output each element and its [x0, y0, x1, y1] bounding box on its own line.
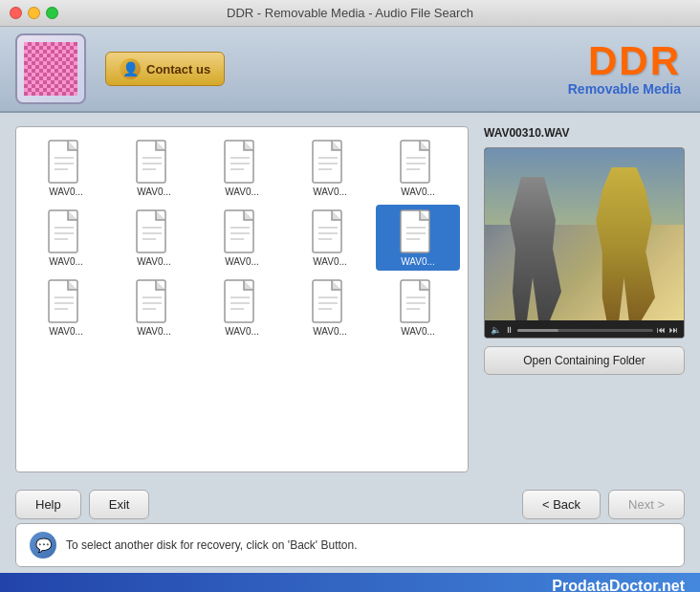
progress-slider[interactable] — [517, 329, 653, 332]
file-item[interactable]: WAV0... — [376, 135, 460, 201]
file-item[interactable]: WAV0... — [24, 274, 108, 340]
file-item[interactable]: WAV0... — [200, 274, 284, 340]
file-label: WAV0... — [49, 326, 83, 337]
file-item[interactable]: WAV0... — [376, 205, 460, 271]
logo-icon — [24, 42, 77, 96]
status-bar: 💬 To select another disk for recovery, c… — [15, 523, 685, 567]
file-item[interactable]: WAV0... — [288, 274, 372, 340]
file-icon — [47, 139, 85, 185]
file-label: WAV0... — [313, 326, 347, 337]
preview-filename: WAV00310.WAV — [484, 126, 685, 140]
logo-box — [15, 33, 86, 104]
window-controls[interactable] — [10, 7, 58, 19]
prev-icon[interactable]: ⏮ — [657, 325, 666, 335]
file-label: WAV0... — [401, 186, 435, 197]
file-item[interactable]: WAV0... — [24, 135, 108, 201]
file-label: WAV0... — [225, 186, 259, 197]
brand-subtitle: Removable Media — [568, 81, 681, 97]
file-label: WAV0... — [49, 256, 83, 267]
file-item[interactable]: WAV0... — [112, 274, 196, 340]
file-label: WAV0... — [313, 186, 347, 197]
maximize-button[interactable] — [46, 7, 58, 19]
navigation-bar: Help Exit < Back Next > — [0, 486, 700, 523]
contact-icon: 👤 — [120, 58, 141, 79]
status-icon: 💬 — [30, 532, 56, 559]
contact-button[interactable]: 👤 Contact us — [105, 52, 225, 86]
file-item[interactable]: WAV0... — [200, 135, 284, 201]
file-item[interactable]: WAV0... — [112, 205, 196, 271]
file-icon — [223, 278, 261, 324]
exit-button[interactable]: Exit — [89, 490, 150, 519]
file-label: WAV0... — [313, 256, 347, 267]
file-item[interactable]: WAV0... — [112, 135, 196, 201]
volume-icon: 🔈 — [491, 325, 501, 335]
file-label: WAV0... — [401, 256, 435, 267]
preview-image — [485, 148, 684, 320]
file-grid-container[interactable]: WAV0... WAV0... WAV0... WAV0... WAV0... — [15, 126, 469, 472]
file-item[interactable]: WAV0... — [288, 135, 372, 201]
file-label: WAV0... — [49, 186, 83, 197]
file-icon — [311, 139, 349, 185]
close-button[interactable] — [10, 7, 22, 19]
file-label: WAV0... — [137, 326, 171, 337]
header: 👤 Contact us DDR Removable Media — [0, 27, 700, 113]
file-icon — [399, 139, 437, 185]
window-title: DDR - Removable Media - Audio File Searc… — [227, 6, 473, 20]
open-folder-button[interactable]: Open Containing Folder — [484, 346, 685, 375]
main-content: WAV0... WAV0... WAV0... WAV0... WAV0... — [0, 113, 700, 486]
file-label: WAV0... — [137, 186, 171, 197]
play-icon[interactable]: ⏸ — [505, 325, 514, 335]
file-icon — [135, 139, 173, 185]
file-label: WAV0... — [401, 326, 435, 337]
file-icon — [135, 278, 173, 324]
person2-silhouette — [593, 167, 655, 320]
brand-area: DDR Removable Media — [568, 41, 681, 97]
next-button[interactable]: Next > — [608, 490, 685, 519]
back-button[interactable]: < Back — [522, 490, 601, 519]
progress-fill — [517, 329, 558, 332]
file-item[interactable]: WAV0... — [288, 205, 372, 271]
status-message: To select another disk for recovery, cli… — [66, 538, 358, 552]
file-icon — [399, 208, 437, 254]
file-icon — [223, 208, 261, 254]
minimize-button[interactable] — [28, 7, 40, 19]
file-icon — [223, 139, 261, 185]
preview-box: 🔈 ⏸ ⏮ ⏭ — [484, 147, 685, 339]
file-icon — [399, 278, 437, 324]
file-item[interactable]: WAV0... — [200, 205, 284, 271]
file-label: WAV0... — [225, 256, 259, 267]
file-icon — [311, 208, 349, 254]
file-label: WAV0... — [137, 256, 171, 267]
file-icon — [47, 208, 85, 254]
preview-panel: WAV00310.WAV 🔈 ⏸ ⏮ ⏭ Open Containing Fol… — [484, 126, 685, 472]
titlebar: DDR - Removable Media - Audio File Searc… — [0, 0, 700, 27]
footer-brand: ProdataDoctor.net — [0, 573, 700, 592]
file-icon — [135, 208, 173, 254]
file-label: WAV0... — [225, 326, 259, 337]
preview-controls[interactable]: 🔈 ⏸ ⏮ ⏭ — [485, 320, 684, 339]
file-icon — [47, 278, 85, 324]
file-item[interactable]: WAV0... — [24, 205, 108, 271]
file-icon — [311, 278, 349, 324]
file-item[interactable]: WAV0... — [376, 274, 460, 340]
help-button[interactable]: Help — [15, 490, 81, 519]
file-grid: WAV0... WAV0... WAV0... WAV0... WAV0... — [24, 135, 460, 340]
next-icon[interactable]: ⏭ — [669, 325, 678, 335]
brand-name: DDR — [568, 41, 681, 81]
